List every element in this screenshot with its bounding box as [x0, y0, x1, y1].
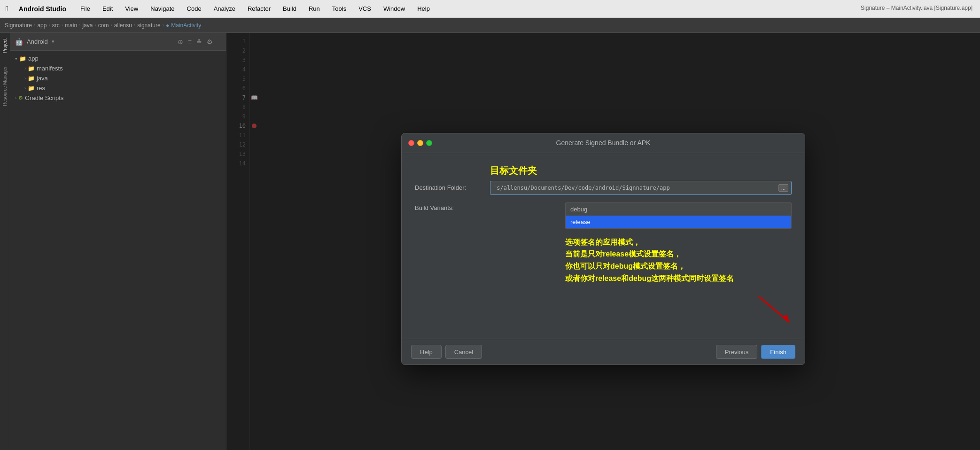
menu-analyze[interactable]: Analyze [212, 4, 237, 13]
menu-navigate[interactable]: Navigate [148, 4, 176, 13]
help-button[interactable]: Help [411, 345, 442, 359]
dialog-title: Generate Signed Bundle or APK [556, 139, 651, 147]
destination-input[interactable] [493, 185, 777, 191]
bc-signnature[interactable]: Signnature [5, 22, 32, 29]
project-panel: 🤖 Android ▾ ⊕ ≡ ≛ ⚙ − ▾ 📁 app › 📁 [10, 33, 226, 450]
build-variants-section: Build Variants: debug release 选项签名的应用模式，… [415, 202, 792, 331]
bc-signature[interactable]: signature [137, 22, 160, 29]
arrow-container [490, 292, 796, 329]
tree-item-manifests[interactable]: › 📁 manifests [10, 63, 226, 73]
bc-src[interactable]: src [52, 22, 60, 29]
panel-title: Android [27, 38, 48, 45]
settings-icon[interactable]: ⚙ [207, 38, 213, 46]
destination-input-container[interactable]: ... [490, 181, 792, 195]
destination-label: Destination Folder: [415, 184, 490, 191]
sidebar-resource-icon[interactable]: Resource Manager [1, 64, 8, 108]
dialog-titlebar: Generate Signed Bundle or APK [402, 133, 805, 153]
annotation-block: 选项签名的应用模式， 当前是只对release模式设置签名， 你也可以只对deb… [565, 236, 792, 284]
project-panel-header: 🤖 Android ▾ ⊕ ≡ ≛ ⚙ − [10, 33, 226, 51]
minimize-icon[interactable]: − [218, 38, 221, 46]
tree-label-app: app [28, 55, 39, 62]
red-arrow-svg [754, 292, 796, 329]
dialog-content: 目标文件夹 Destination Folder: ... Build Vari… [402, 153, 805, 339]
res-folder-icon: 📁 [28, 85, 35, 92]
bc-allensu[interactable]: allensu [114, 22, 132, 29]
build-variants-label: Build Variants: [415, 202, 490, 331]
menu-code[interactable]: Code [185, 4, 203, 13]
editor-area[interactable]: 1 2 3 4 5 6 7 8 9 10 11 12 13 14 📖 [226, 33, 980, 450]
close-button[interactable] [408, 140, 414, 146]
tree-item-java[interactable]: › 📁 java [10, 73, 226, 83]
destination-folder-row: Destination Folder: ... [415, 181, 792, 195]
chevron-right-icon: › [24, 66, 26, 71]
dialog: Generate Signed Bundle or APK 目标文件夹 Dest… [401, 133, 805, 365]
kotlin-file-icon: ● [166, 22, 169, 29]
file-tree: ▾ 📁 app › 📁 manifests › 📁 java › [10, 51, 226, 450]
menu-bar:  Android Studio File Edit View Navigate… [0, 0, 980, 18]
tree-label-gradle: Gradle Scripts [25, 94, 63, 101]
app-name: Android Studio [19, 5, 66, 13]
chevron-down-icon: ▾ [15, 56, 17, 61]
bc-main[interactable]: main [65, 22, 77, 29]
dialog-overlay: Generate Signed Bundle or APK 目标文件夹 Dest… [226, 33, 980, 450]
window-title: Signature – MainActivity.java [Signature… [861, 5, 972, 11]
breadcrumb: Signnature › app › src › main › java › c… [0, 18, 980, 33]
bc-app[interactable]: app [37, 22, 47, 29]
apple-logo:  [6, 5, 8, 13]
minimize-button[interactable] [417, 140, 423, 146]
annotation-line-4: 或者你对release和debug这两种模式同时设置签名 [565, 272, 792, 285]
android-icon: 🤖 [15, 38, 23, 46]
chevron-right-icon-4: › [15, 96, 16, 101]
menu-help[interactable]: Help [415, 4, 432, 13]
main-layout: Project Resource Manager 🤖 Android ▾ ⊕ ≡… [0, 33, 980, 450]
tree-label-java: java [37, 75, 48, 82]
bc-com[interactable]: com [98, 22, 109, 29]
previous-button[interactable]: Previous [716, 345, 758, 359]
build-list: debug release [565, 202, 792, 229]
filter-icon[interactable]: ≛ [196, 38, 202, 46]
menu-window[interactable]: Window [381, 4, 407, 13]
sidebar-project-icon[interactable]: Project [1, 37, 8, 55]
svg-marker-1 [782, 314, 789, 322]
annotation-folder-label: 目标文件夹 [490, 164, 792, 177]
traffic-lights [408, 140, 432, 146]
menu-build[interactable]: Build [281, 4, 298, 13]
dialog-footer: Help Cancel Previous Finish [402, 339, 805, 365]
java-folder-icon: 📁 [28, 75, 35, 82]
build-item-release[interactable]: release [566, 216, 791, 228]
menu-view[interactable]: View [123, 4, 140, 13]
annotation-line-1: 选项签名的应用模式， [565, 236, 792, 248]
tree-item-app[interactable]: ▾ 📁 app [10, 54, 226, 63]
annotation-line-3: 你也可以只对debug模式设置签名， [565, 260, 792, 272]
tree-item-gradle[interactable]: › ⚙ Gradle Scripts [10, 93, 226, 103]
browse-button[interactable]: ... [778, 184, 788, 192]
menu-run[interactable]: Run [307, 4, 322, 13]
bc-mainactivity[interactable]: MainActivity [171, 22, 201, 29]
build-item-debug[interactable]: debug [566, 203, 791, 216]
panel-toolbar: ⊕ ≡ ≛ ⚙ − [178, 38, 221, 46]
menu-edit[interactable]: Edit [101, 4, 115, 13]
chevron-right-icon-2: › [24, 76, 26, 81]
chevron-right-icon-3: › [24, 86, 26, 91]
menu-vcs[interactable]: VCS [357, 4, 373, 13]
annotation-line-2: 当前是只对release模式设置签名， [565, 248, 792, 260]
menu-file[interactable]: File [78, 4, 92, 13]
menu-tools[interactable]: Tools [330, 4, 348, 13]
finish-button[interactable]: Finish [761, 345, 795, 359]
gradle-icon: ⚙ [18, 95, 23, 101]
tree-label-res: res [37, 85, 45, 92]
menu-refactor[interactable]: Refactor [246, 4, 272, 13]
maximize-button[interactable] [426, 140, 432, 146]
sidebar-strip: Project Resource Manager [0, 33, 10, 450]
tree-label-manifests: manifests [37, 65, 63, 72]
cancel-button[interactable]: Cancel [445, 345, 482, 359]
panel-dropdown-arrow[interactable]: ▾ [52, 39, 54, 45]
tree-item-res[interactable]: › 📁 res [10, 83, 226, 93]
module-icon: 📁 [19, 55, 26, 62]
collapse-icon[interactable]: ≡ [188, 38, 192, 46]
bc-java[interactable]: java [82, 22, 93, 29]
manifests-folder-icon: 📁 [28, 65, 35, 72]
build-variants-content: debug release 选项签名的应用模式， 当前是只对release模式设… [490, 202, 792, 331]
sync-icon[interactable]: ⊕ [178, 38, 183, 46]
